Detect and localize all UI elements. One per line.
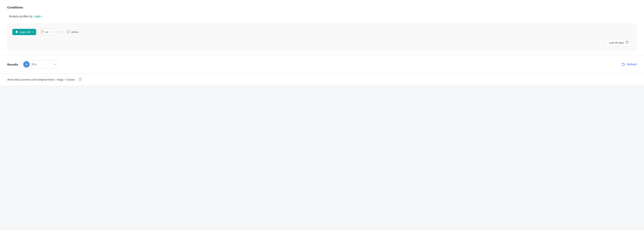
refresh-label: Refresh bbox=[627, 63, 637, 66]
refresh-icon bbox=[622, 62, 625, 66]
page-wrapper: Conditions Analyze profiles by Last ▾ pa… bbox=[0, 0, 644, 230]
results-chevron-icon: ▾ bbox=[54, 63, 56, 66]
date-range-label: Last 30 days bbox=[609, 41, 624, 44]
event-label: page.visit bbox=[20, 30, 31, 33]
results-avatar: A bbox=[23, 61, 30, 68]
conditions-body: page.visit ▾ T uri ▾ + where bbox=[7, 24, 637, 50]
event-button[interactable]: page.visit ▾ bbox=[12, 29, 36, 35]
results-row: Results A 75 4 ▾ Refresh bbox=[7, 60, 637, 69]
event-chevron-icon: ▾ bbox=[32, 31, 33, 33]
attribute-chevron-icon: ▾ bbox=[49, 31, 50, 33]
where-label: where bbox=[71, 30, 78, 33]
svg-rect-0 bbox=[626, 41, 628, 44]
results-title: Results bbox=[7, 63, 18, 66]
separator-line bbox=[55, 32, 63, 32]
condition-row: page.visit ▾ T uri ▾ + where bbox=[12, 29, 632, 35]
where-button[interactable]: + where bbox=[65, 29, 80, 34]
results-selector[interactable]: A 75 4 ▾ bbox=[22, 60, 58, 69]
url-section: demo-data.synerise.com/category/shoes > … bbox=[0, 74, 644, 85]
calendar-icon bbox=[626, 41, 629, 44]
type-icon: T bbox=[41, 30, 44, 33]
attribute-label: uri bbox=[45, 30, 48, 33]
analyze-value: Last bbox=[34, 15, 40, 18]
analyze-label: Analyze profiles by bbox=[9, 15, 33, 18]
results-left: Results A 75 4 ▾ bbox=[7, 60, 58, 69]
analyze-row: Analyze profiles by Last ▾ bbox=[9, 15, 637, 18]
attribute-button[interactable]: T uri ▾ bbox=[38, 29, 53, 35]
results-selector-text: 75 4 bbox=[31, 62, 52, 67]
bell-icon bbox=[15, 30, 18, 33]
refresh-button[interactable]: Refresh bbox=[622, 62, 637, 66]
analyze-dropdown[interactable]: Last ▾ bbox=[34, 15, 42, 18]
date-range-button[interactable]: Last 30 days bbox=[606, 39, 632, 46]
date-range-row: Last 30 days bbox=[12, 39, 632, 46]
copy-link-icon[interactable] bbox=[78, 78, 82, 81]
plus-circle-icon: + bbox=[66, 30, 70, 34]
url-text: demo-data.synerise.com/category/shoes > … bbox=[7, 78, 75, 81]
results-dropdown-button[interactable]: ▾ bbox=[52, 60, 58, 68]
conditions-section: Conditions Analyze profiles by Last ▾ pa… bbox=[0, 0, 644, 55]
conditions-title: Conditions bbox=[7, 6, 637, 9]
results-section: Results A 75 4 ▾ Refresh bbox=[0, 55, 644, 74]
analyze-chevron-icon: ▾ bbox=[41, 15, 42, 18]
